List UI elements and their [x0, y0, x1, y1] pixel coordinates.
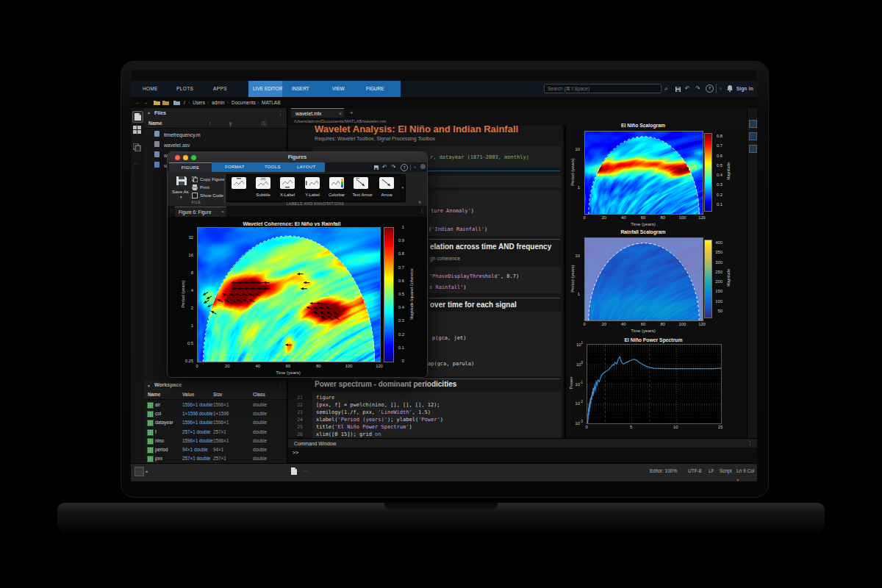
ylabel-annotation-label[interactable]: Y-Label	[305, 193, 319, 197]
account-icon[interactable]: ◦	[720, 81, 722, 97]
status-file-type[interactable]: Script	[720, 466, 732, 476]
workspace-column-class[interactable]: Class	[253, 392, 265, 397]
workspace-row[interactable]: datayear 1596×1 double 1596×1 double	[144, 418, 287, 427]
ylabel-annotation-icon[interactable]	[305, 177, 320, 189]
title-annotation-icon[interactable]	[232, 177, 246, 189]
files-collapse-icon[interactable]: ▾	[148, 110, 150, 115]
figures-window-titlebar[interactable]: Figures	[168, 152, 427, 163]
figures-cloud-icon[interactable]	[420, 164, 426, 169]
tab-apps[interactable]: APPS	[213, 81, 227, 97]
figtab-grip-icon[interactable]: ⋮	[170, 208, 174, 213]
show-code-checkbox[interactable]	[192, 193, 198, 198]
close-tab-icon[interactable]: ×	[339, 111, 342, 116]
sort-ascending-icon[interactable]: ↑	[209, 121, 211, 126]
save-icon[interactable]	[675, 86, 681, 93]
redo-icon[interactable]: ↷	[695, 81, 700, 97]
print-label[interactable]: Print	[200, 184, 209, 190]
breadcrumb-users[interactable]: Users	[193, 97, 205, 108]
gallery-expand-icon[interactable]: ▾	[401, 185, 404, 190]
workspace-menu-icon[interactable]: ⋮	[278, 382, 283, 388]
new-tab-icon[interactable]: +	[350, 110, 354, 116]
text-arrow-annotation-label[interactable]: Text Arrow	[352, 193, 372, 197]
figures-strip-icon[interactable]	[749, 145, 757, 153]
figures-tab-figure[interactable]: FIGURE	[169, 162, 212, 173]
sign-in-link[interactable]: Sign In	[736, 81, 753, 97]
colorbar-annotation-label[interactable]: Colorbar	[329, 193, 345, 197]
figures-tab-tools[interactable]: TOOLS	[265, 162, 281, 172]
status-eol[interactable]: LF	[709, 466, 714, 476]
undo-icon[interactable]: ↶	[685, 81, 690, 97]
workspace-row[interactable]: pxx 257×1 double 257×1 double	[144, 454, 287, 463]
file-row[interactable]: timefrequency.m	[154, 131, 201, 137]
tab-live-editor[interactable]: LIVE EDITOR	[253, 81, 282, 97]
tab-view[interactable]: VIEW	[332, 81, 345, 97]
collapse-toolstrip-icon[interactable]: ∧	[418, 199, 421, 204]
xlabel-annotation-icon[interactable]	[280, 177, 295, 189]
workspace-row[interactable]: coi 1×1596 double 1×1596 double	[144, 409, 287, 418]
panel-collapse-caret-icon[interactable]: ▴	[146, 466, 148, 476]
workspace-collapse-icon[interactable]: ▾	[148, 383, 150, 388]
panel-collapse-icon[interactable]	[135, 467, 144, 476]
command-window-body[interactable]: >>	[288, 448, 757, 463]
xlabel-annotation-label[interactable]: X-Label	[280, 193, 295, 197]
status-editor-zoom[interactable]: Editor: 100%	[650, 466, 677, 476]
more-activity-icon[interactable]: ⋯	[134, 161, 139, 167]
grid-activity-icon[interactable]	[133, 126, 141, 134]
new-folder-icon[interactable]	[154, 100, 160, 105]
save-as-icon[interactable]	[176, 176, 187, 186]
colorbar-annotation-icon[interactable]	[329, 177, 344, 189]
filter-icon[interactable]: γ	[229, 121, 232, 126]
breadcrumb-admin[interactable]: admin	[212, 97, 225, 108]
open-folder-icon[interactable]	[162, 100, 169, 105]
figtabs-menu-icon[interactable]: ⋮	[420, 208, 425, 214]
workspace-row[interactable]: f 257×1 double 257×1 double	[144, 428, 287, 437]
subtitle-annotation-icon[interactable]	[256, 177, 270, 189]
files-menu-icon[interactable]: ⋮	[278, 110, 283, 116]
search-icon[interactable]: ⌕	[664, 81, 667, 97]
figures-help-icon[interactable]: ?	[401, 164, 408, 171]
text-arrow-annotation-icon[interactable]	[354, 177, 368, 189]
workspace-column-size[interactable]: Size	[213, 392, 223, 397]
breadcrumb-documents[interactable]: Documents	[232, 97, 256, 108]
figures-tab-layout[interactable]: LAYOUT	[297, 162, 315, 172]
save-as-label[interactable]: Save As	[172, 189, 189, 194]
arrow-annotation-icon[interactable]	[379, 177, 394, 189]
figures-save-icon[interactable]	[373, 165, 379, 171]
file-row[interactable]: wavelet.asv	[154, 141, 190, 148]
status-encoding[interactable]: UTF-8	[688, 466, 701, 476]
print-icon[interactable]	[192, 184, 198, 190]
workspace-column-name[interactable]: Name	[148, 392, 160, 397]
workspace-column-value[interactable]: Value	[182, 392, 194, 397]
arrow-annotation-label[interactable]: Arrow	[381, 193, 392, 197]
tab-insert[interactable]: INSERT	[292, 81, 309, 97]
files-activity-icon[interactable]	[132, 111, 143, 123]
workspace-row[interactable]: nino 1596×1 double 1596×1 double	[144, 437, 287, 445]
status-more-icon[interactable]: ⋯	[303, 466, 308, 476]
close-figure-tab-icon[interactable]: ×	[221, 209, 224, 214]
editor-tab-wavelet[interactable]: wavelet.mlx ×	[291, 108, 344, 118]
files-column-name[interactable]: Name	[148, 121, 162, 126]
tab-plots[interactable]: PLOTS	[176, 81, 193, 97]
search-input[interactable]	[544, 84, 662, 93]
copy-figure-label[interactable]: Copy Figure	[200, 176, 225, 182]
nav-back-icon[interactable]: ←	[135, 97, 140, 108]
show-code-label[interactable]: Show Code	[200, 193, 223, 198]
compare-activity-icon[interactable]	[133, 143, 141, 151]
breadcrumb-matlab[interactable]: MATLAB	[262, 97, 281, 108]
command-window-menu-icon[interactable]: ⋮	[747, 440, 753, 446]
info-column-icon[interactable]: ⓘ	[262, 121, 267, 127]
figures-window[interactable]: Figures FIGURE FORMAT TOOLS LAYOUT ↶ ↷ ?	[167, 151, 428, 378]
workspace-strip-icon[interactable]	[749, 120, 757, 128]
copy-figure-icon[interactable]	[192, 176, 198, 182]
save-as-dropdown-icon[interactable]: ▾	[180, 195, 182, 199]
subtitle-annotation-label[interactable]: Subtitle	[256, 193, 270, 197]
tab-figure[interactable]: FIGURE	[366, 81, 384, 97]
figures-tab-format[interactable]: FORMAT	[225, 162, 245, 172]
status-cursor-position[interactable]: Ln 9 Col 1	[736, 466, 757, 481]
nav-forward-icon[interactable]: →	[143, 97, 148, 108]
breadcrumb-root[interactable]: /	[184, 97, 185, 108]
workspace-row[interactable]: period 94×1 double 94×1 double	[144, 445, 287, 454]
tab-home[interactable]: HOME	[143, 81, 158, 97]
help-icon[interactable]: ?	[706, 85, 714, 93]
variables-strip-icon[interactable]	[749, 132, 757, 140]
